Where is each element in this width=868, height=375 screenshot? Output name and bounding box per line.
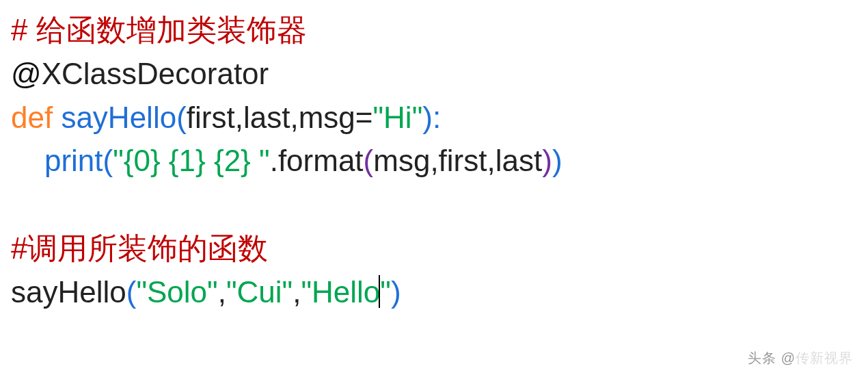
comment-text: 调用所装饰的函数 bbox=[27, 231, 268, 265]
arg-msg: msg bbox=[373, 144, 430, 177]
string-literal: "Hello bbox=[301, 275, 380, 309]
string-literal: "Cui" bbox=[226, 275, 293, 309]
code-line-3: def sayHello(first,last,msg="Hi"): bbox=[11, 96, 857, 140]
comma: , bbox=[218, 275, 226, 309]
paren-open: ( bbox=[176, 101, 187, 134]
comment-hash: # bbox=[11, 231, 27, 265]
comma: , bbox=[293, 275, 301, 309]
param-last: last bbox=[243, 101, 290, 134]
comma: , bbox=[430, 144, 438, 177]
watermark-name: 传新视界 bbox=[796, 350, 853, 365]
comment-text: 给函数增加类装饰器 bbox=[36, 13, 307, 47]
method-format: format bbox=[278, 144, 364, 177]
indent bbox=[11, 144, 44, 177]
watermark: 头条 @传新视界 bbox=[748, 348, 853, 368]
string-literal: "Solo" bbox=[136, 275, 217, 309]
paren-open: ( bbox=[126, 275, 137, 309]
decorator-name: XClassDecorator bbox=[42, 57, 269, 90]
comma: , bbox=[487, 144, 496, 177]
paren-open: ( bbox=[364, 144, 374, 177]
string-literal: " bbox=[380, 275, 391, 309]
comma: , bbox=[235, 101, 243, 134]
code-line-4: print("{0} {1} {2} ".format(msg,first,la… bbox=[11, 139, 857, 183]
paren-close: ) bbox=[391, 275, 401, 309]
paren-open: ( bbox=[103, 144, 113, 177]
decorator-at: @ bbox=[11, 57, 42, 90]
comma: , bbox=[290, 101, 298, 134]
code-line-1: # 给函数增加类装饰器 bbox=[11, 8, 857, 52]
param-msg: msg bbox=[299, 101, 355, 134]
watermark-at: @ bbox=[781, 350, 796, 365]
dot: . bbox=[270, 144, 278, 177]
code-line-6: #调用所装饰的函数 bbox=[11, 227, 857, 270]
code-line-7: sayHello("Solo","Cui","Hello") bbox=[11, 270, 857, 314]
call-func: sayHello bbox=[11, 275, 126, 309]
watermark-prefix: 头条 bbox=[748, 350, 781, 365]
paren-close-colon: ): bbox=[422, 101, 441, 134]
string-literal: "Hi" bbox=[372, 101, 422, 134]
comment-hash: # bbox=[11, 13, 36, 47]
function-name: sayHello bbox=[61, 101, 176, 134]
arg-last: last bbox=[496, 144, 542, 177]
paren-close: ) bbox=[552, 144, 562, 177]
string-literal: "{0} {1} {2} " bbox=[113, 144, 270, 177]
keyword-def: def bbox=[11, 101, 61, 134]
param-first: first bbox=[187, 101, 235, 134]
equals: = bbox=[355, 101, 373, 134]
arg-first: first bbox=[439, 144, 487, 177]
code-line-2: @XClassDecorator bbox=[11, 52, 857, 96]
paren-close: ) bbox=[542, 144, 552, 177]
builtin-print: print bbox=[44, 144, 103, 177]
blank-line bbox=[11, 183, 857, 227]
